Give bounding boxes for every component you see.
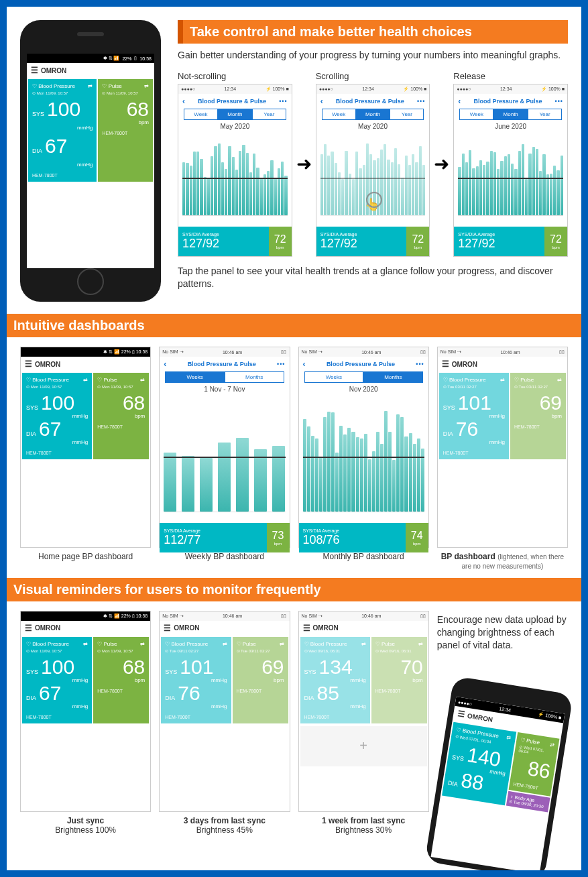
caption: 1 week from last syncBrightness 30% bbox=[298, 816, 429, 835]
bp-card[interactable]: ♡ Blood Pressure⇄ ⊙ Wed 09/16, 06:31 SYS… bbox=[300, 637, 370, 723]
back-icon[interactable]: ‹ bbox=[303, 359, 306, 369]
period-tabs[interactable]: WeekMonthYear bbox=[184, 109, 286, 120]
menu-icon[interactable]: ☰ bbox=[31, 66, 38, 75]
status-bar: ✱ ⇅ 📶22%▯10:58 bbox=[27, 54, 154, 63]
section1-desc: Gain better understanding of your progre… bbox=[178, 49, 568, 62]
caption: BP dashboard (lightened, when there are … bbox=[437, 552, 568, 571]
more-icon[interactable]: ••• bbox=[555, 98, 563, 105]
bp-bar-chart[interactable] bbox=[182, 135, 288, 216]
back-icon[interactable]: ‹ bbox=[182, 97, 185, 106]
pulse-card[interactable]: ♡ Pulse⇄ ⊙ Wed 09/16, 06:31 70bpm HEM-78… bbox=[371, 637, 427, 723]
bp-card[interactable]: ♡ Blood Pressure⇄ ⊙ Mon 11/09, 10:57 SYS… bbox=[22, 637, 92, 723]
section1-title: Take control and make better health choi… bbox=[178, 20, 568, 44]
section3-desc: Encourage new data upload by changing br… bbox=[437, 611, 568, 652]
touch-gesture-icon bbox=[365, 197, 381, 213]
hero-phone: ✱ ⇅ 📶22%▯10:58 ☰ OMRON ♡ Blood Pressure⇄… bbox=[20, 20, 161, 302]
caption: Home page BP dashboard bbox=[20, 552, 151, 561]
app-brand-row: ☰ OMRON bbox=[27, 63, 154, 78]
bp-card[interactable]: ♡ Blood Pressure⇄ ⊙ Tue 03/11 02:27 SYS1… bbox=[161, 637, 231, 723]
more-icon[interactable]: ••• bbox=[417, 98, 425, 105]
menu-icon[interactable]: ☰ bbox=[25, 624, 32, 633]
caption: 3 days from last syncBrightness 45% bbox=[159, 816, 290, 835]
section2-title: Intuitive dashboards bbox=[7, 314, 581, 337]
state-label: Not-scrolling bbox=[178, 71, 292, 81]
section3-title: Visual reminders for users to monitor fr… bbox=[7, 578, 581, 601]
state-label: Release bbox=[453, 71, 568, 81]
weekly-dashboard-screen: No SIM ⇢10:46 am▯▯ ‹Blood Pressure & Pul… bbox=[159, 347, 290, 548]
pulse-card[interactable]: ♡ Pulse⇄ ⊙ Mon 11/09, 10:57 68 bpm HEM-7… bbox=[93, 373, 149, 459]
pulse-card[interactable]: ♡ Pulse⇄ ⊙ Tue 03/11 02:27 69bpm HEM-780… bbox=[233, 637, 288, 723]
period-tabs[interactable]: WeekMonthYear bbox=[322, 109, 424, 120]
tilted-phone: ●●●●○12:34⚡ 100% ■ ☰OMRON ♡ Blood Pressu… bbox=[424, 676, 573, 870]
back-icon[interactable]: ‹ bbox=[458, 97, 461, 106]
home-dashboard-screen: ✱ ⇅ 📶 22% ▯ 10:58 ☰OMRON ♡ Blood Pressur… bbox=[20, 347, 151, 548]
period-tabs[interactable]: WeekMonthYear bbox=[459, 109, 562, 120]
back-icon[interactable]: ‹ bbox=[164, 359, 166, 369]
state-label: Scrolling bbox=[316, 71, 430, 81]
graph-screen-scrolling: ●●●●○12:34⚡ 100% ■ ‹Blood Pressure & Pul… bbox=[316, 84, 430, 257]
bp-card[interactable]: ♡ Blood Pressure⇄ ⊙ Wed 07/01, 06:04 SYS… bbox=[442, 722, 516, 805]
bp-card[interactable]: ♡ Blood Pressure⇄ ⊙ Mon 11/09, 10:57 SYS… bbox=[28, 79, 97, 182]
pulse-card[interactable]: ♡ Pulse⇄ ⊙ Wed 07/01, 06:04 86 HEM-7800T bbox=[508, 732, 559, 797]
graph-screen-not-scrolling: ●●●●○12:34⚡ 100% ■ ‹Blood Pressure & Pul… bbox=[178, 84, 292, 257]
pulse-card[interactable]: ♡ Pulse⇄ ⊙ Tue 03/11 02:27 69 bpm HEM-78… bbox=[510, 373, 566, 459]
more-icon[interactable]: ••• bbox=[416, 361, 424, 367]
lightened-dashboard-screen: No SIM ⇢10:46 am▯▯ ☰OMRON ♡ Blood Pressu… bbox=[437, 347, 568, 548]
arrow-right-icon: ➜ bbox=[296, 153, 312, 175]
sync-icon: ⇄ bbox=[88, 83, 93, 89]
pulse-card[interactable]: ♡ Pulse⇄ ⊙ Mon 11/09, 10:57 68 bpm HEM-7… bbox=[98, 79, 153, 182]
menu-icon[interactable]: ☰ bbox=[442, 359, 449, 369]
period-tabs[interactable]: WeeksMonths bbox=[304, 371, 423, 383]
back-icon[interactable]: ‹ bbox=[320, 97, 323, 106]
sync-icon: ⇄ bbox=[144, 83, 149, 89]
menu-icon[interactable]: ☰ bbox=[303, 624, 310, 633]
brand-logo: OMRON bbox=[41, 67, 66, 74]
brightness-30-screen: No SIM ⇢10:46 am▯▯ ☰OMRON ♡ Blood Pressu… bbox=[298, 611, 429, 812]
caption: Monthly BP dashboard bbox=[298, 552, 429, 561]
monthly-dashboard-screen: No SIM ⇢10:46 am▯▯ ‹Blood Pressure & Pul… bbox=[298, 347, 429, 548]
bp-card[interactable]: ♡ Blood Pressure⇄ ⊙ Mon 11/09, 10:57 SYS… bbox=[22, 373, 92, 459]
arrow-right-icon: ➜ bbox=[434, 153, 449, 175]
period-tabs[interactable]: WeeksMonths bbox=[165, 371, 284, 383]
more-icon[interactable]: ••• bbox=[277, 361, 285, 367]
bp-bar-chart[interactable] bbox=[164, 398, 285, 512]
add-card-button[interactable]: + bbox=[300, 726, 427, 766]
section1-footnote: Tap the panel to see your vital health t… bbox=[178, 265, 568, 290]
pulse-card[interactable]: ♡ Pulse⇄ ⊙ Mon 11/09, 10:57 68bpm HEM-78… bbox=[93, 637, 149, 723]
brightness-45-screen: No SIM ⇢10:46 am▯▯ ☰OMRON ♡ Blood Pressu… bbox=[159, 611, 290, 812]
menu-icon[interactable]: ☰ bbox=[164, 624, 171, 633]
caption: Just syncBrightness 100% bbox=[20, 816, 151, 835]
more-icon[interactable]: ••• bbox=[279, 98, 287, 105]
bp-card[interactable]: ♡ Blood Pressure⇄ ⊙ Tue 03/11 02:27 SYS1… bbox=[439, 373, 509, 459]
brightness-100-screen: ✱ ⇅ 📶 22% ▯ 10:58 ☰OMRON ♡ Blood Pressur… bbox=[20, 611, 151, 812]
caption: Weekly BP dashboard bbox=[159, 552, 290, 561]
bp-bar-chart[interactable] bbox=[303, 398, 424, 512]
bp-bar-chart[interactable] bbox=[458, 135, 563, 216]
menu-icon[interactable]: ☰ bbox=[25, 359, 32, 369]
graph-screen-release: ●●●●○12:34⚡ 100% ■ ‹Blood Pressure & Pul… bbox=[453, 84, 568, 257]
